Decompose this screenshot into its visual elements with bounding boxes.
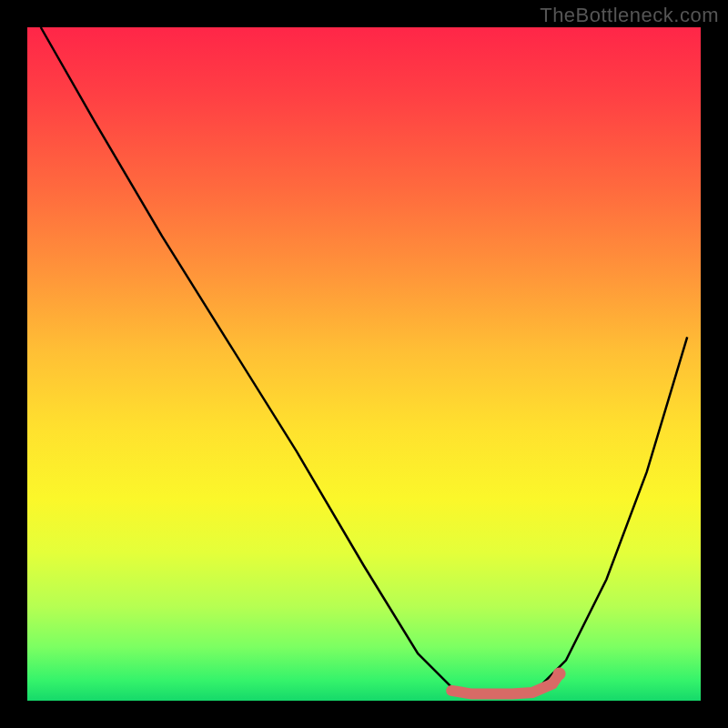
highlight-end-dot [553, 667, 566, 680]
plot-svg [27, 27, 701, 701]
highlight-curve [451, 673, 559, 693]
chart-frame: TheBottleneck.com [0, 0, 728, 728]
main-curve [41, 27, 687, 694]
watermark-text: TheBottleneck.com [540, 4, 719, 27]
plot-area [27, 27, 701, 701]
